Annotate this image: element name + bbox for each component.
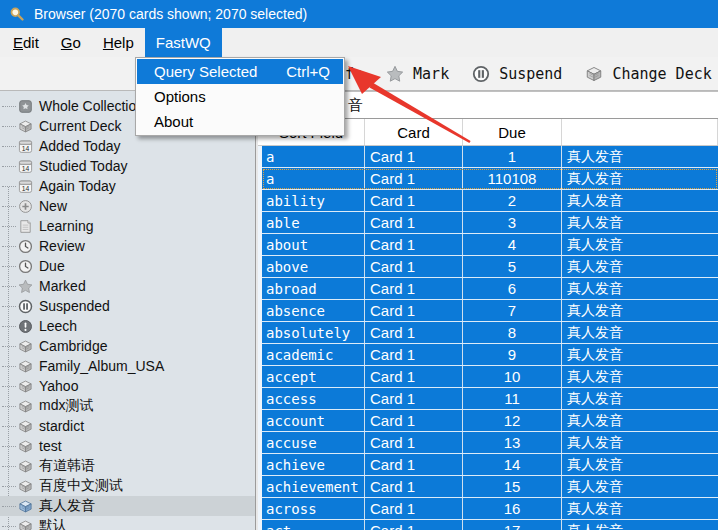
cell-sort-field: abroad (262, 278, 365, 299)
clock-icon (18, 239, 33, 254)
cell-card: Card 1 (365, 212, 463, 233)
book-icon (18, 219, 33, 234)
plus-circle-icon (18, 199, 33, 214)
cell-deck: 真人发音 (562, 476, 718, 497)
menu-item-about[interactable]: About (137, 109, 343, 134)
sidebar-item-studied-today[interactable]: 14Studied Today (0, 156, 255, 176)
toolbar-item-fo[interactable]: fo (345, 65, 363, 83)
tree-stub (2, 246, 16, 247)
sidebar-item-默认[interactable]: 默认 (0, 516, 255, 530)
sidebar-item-new[interactable]: New (0, 196, 255, 216)
cell-deck: 真人发音 (562, 190, 718, 211)
sidebar-item-added-today[interactable]: 14Added Today (0, 136, 255, 156)
cell-due: 5 (463, 256, 562, 277)
toolbar-item-mark[interactable]: Mark (386, 65, 449, 83)
toolbar-item-suspend[interactable]: Suspend (472, 65, 562, 83)
column-header-item[interactable] (562, 119, 718, 145)
cell-due: 10 (463, 366, 562, 387)
cell-deck: 真人发音 (562, 256, 718, 277)
column-header-card[interactable]: Card (365, 119, 463, 145)
cell-card: Card 1 (365, 146, 463, 167)
table-row[interactable]: aCard 1110108真人发音 (262, 168, 718, 190)
sidebar-item-label: Yahoo (39, 378, 78, 394)
table-row[interactable]: accountCard 112真人发音 (262, 410, 718, 432)
sidebar-item-真人发音[interactable]: 真人发音 (0, 496, 255, 516)
cell-sort-field: account (262, 410, 365, 431)
sidebar: Whole CollectionCurrent Deck14Added Toda… (0, 91, 255, 530)
table-row[interactable]: aboutCard 14真人发音 (262, 234, 718, 256)
cell-card: Card 1 (365, 366, 463, 387)
sidebar-item-有道韩语[interactable]: 有道韩语 (0, 456, 255, 476)
star-icon (386, 65, 404, 83)
table-row[interactable]: accessCard 111真人发音 (262, 388, 718, 410)
table-row[interactable]: accuseCard 113真人发音 (262, 432, 718, 454)
sidebar-item-test[interactable]: test (0, 436, 255, 456)
tree-stub (2, 146, 16, 147)
sidebar-item-label: test (39, 438, 62, 454)
cell-due: 13 (463, 432, 562, 453)
menu-item-options[interactable]: Options (137, 84, 343, 109)
table-body: aCard 11真人发音aCard 1110108真人发音abilityCard… (258, 146, 718, 530)
cell-deck: 真人发音 (562, 454, 718, 475)
toolbar-item-label: Mark (413, 65, 449, 83)
sidebar-item-marked[interactable]: Marked (0, 276, 255, 296)
table-row[interactable]: absolutelyCard 18真人发音 (262, 322, 718, 344)
table-row[interactable]: achievementCard 115真人发音 (262, 476, 718, 498)
fastwq-menu: Query SelectedCtrl+QOptionsAbout (135, 57, 345, 136)
menubar-item-fastwq[interactable]: FastWQ (145, 28, 222, 57)
sidebar-item-cambridge[interactable]: Cambridge (0, 336, 255, 356)
table-row[interactable]: achieveCard 114真人发音 (262, 454, 718, 476)
menubar-item-help[interactable]: Help (92, 28, 145, 57)
sidebar-item-leech[interactable]: Leech (0, 316, 255, 336)
sidebar-item-label: Family_Album_USA (39, 358, 164, 374)
sidebar-item-label: Leech (39, 318, 77, 334)
cell-deck: 真人发音 (562, 278, 718, 299)
sidebar-item-label: Current Deck (39, 118, 121, 134)
sidebar-item-stardict[interactable]: stardict (0, 416, 255, 436)
cell-due: 9 (463, 344, 562, 365)
leech-icon (18, 319, 33, 334)
sidebar-item-label: Marked (39, 278, 86, 294)
tree-stub (2, 366, 16, 367)
table-row[interactable]: ableCard 13真人发音 (262, 212, 718, 234)
sidebar-item-again-today[interactable]: 14Again Today (0, 176, 255, 196)
toolbar-item-change-deck[interactable]: Change Deck (585, 65, 711, 83)
tree-stub (2, 206, 16, 207)
cell-card: Card 1 (365, 278, 463, 299)
sidebar-item-family-album-usa[interactable]: Family_Album_USA (0, 356, 255, 376)
menubar-item-go[interactable]: Go (50, 28, 92, 57)
table-row[interactable]: acceptCard 110真人发音 (262, 366, 718, 388)
cell-deck: 真人发音 (562, 366, 718, 387)
sidebar-item-label: Studied Today (39, 158, 127, 174)
sidebar-item-review[interactable]: Review (0, 236, 255, 256)
sidebar-item-learning[interactable]: Learning (0, 216, 255, 236)
menubar-item-edit[interactable]: Edit (2, 28, 50, 57)
cell-card: Card 1 (365, 454, 463, 475)
cell-sort-field: above (262, 256, 365, 277)
deck-icon (18, 399, 33, 414)
table-row[interactable]: aCard 11真人发音 (262, 146, 718, 168)
table-row[interactable]: academicCard 19真人发音 (262, 344, 718, 366)
sidebar-item-yahoo[interactable]: Yahoo (0, 376, 255, 396)
table-row[interactable]: aboveCard 15真人发音 (262, 256, 718, 278)
table-row[interactable]: abroadCard 16真人发音 (262, 278, 718, 300)
clock-icon (18, 259, 33, 274)
table-row[interactable]: abilityCard 12真人发音 (262, 190, 718, 212)
cell-deck: 真人发音 (562, 300, 718, 321)
card-list-pane: 音 Sort FieldCardDue aCard 11真人发音aCard 11… (258, 91, 718, 530)
cell-sort-field: absolutely (262, 322, 365, 343)
column-header-due[interactable]: Due (463, 119, 562, 145)
table-row[interactable]: acrossCard 116真人发音 (262, 498, 718, 520)
table-row[interactable]: absenceCard 17真人发音 (262, 300, 718, 322)
cell-deck: 真人发音 (562, 234, 718, 255)
table-row[interactable]: actCard 117真人发音 (262, 520, 718, 530)
sidebar-item-suspended[interactable]: Suspended (0, 296, 255, 316)
deck-blue-icon (18, 499, 33, 514)
sidebar-item-due[interactable]: Due (0, 256, 255, 276)
sidebar-item-百度中文测试[interactable]: 百度中文测试 (0, 476, 255, 496)
menu-item-label: Options (154, 88, 330, 105)
calendar-icon: 14 (18, 139, 33, 154)
menu-item-query-selected[interactable]: Query SelectedCtrl+Q (137, 59, 343, 84)
sidebar-item-mdx测试[interactable]: mdx测试 (0, 396, 255, 416)
cell-deck: 真人发音 (562, 212, 718, 233)
